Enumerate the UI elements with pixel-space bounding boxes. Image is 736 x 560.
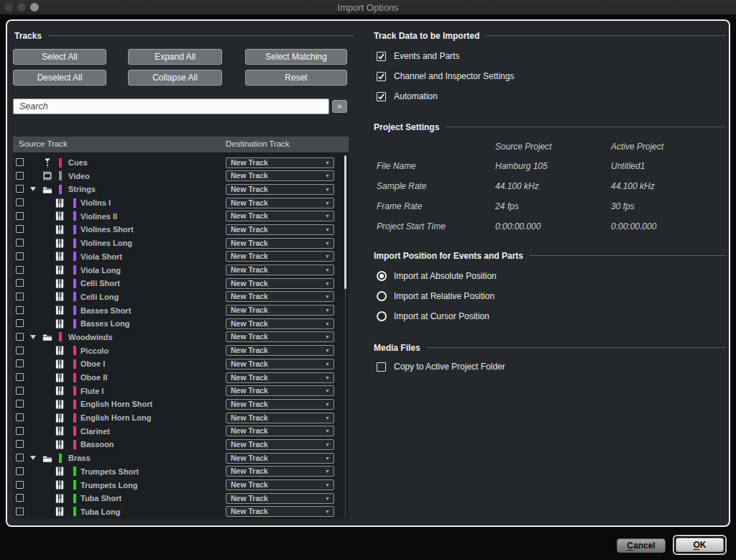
radio-button[interactable] — [377, 291, 387, 301]
select-matching-button[interactable]: Select Matching — [245, 49, 347, 65]
destination-dropdown[interactable]: New Track▼ — [226, 318, 334, 329]
destination-dropdown[interactable]: New Track▼ — [226, 238, 334, 249]
destination-dropdown[interactable]: New Track▼ — [226, 211, 334, 221]
deselect-all-button[interactable]: Deselect All — [13, 70, 106, 86]
destination-dropdown[interactable]: New Track▼ — [226, 198, 334, 208]
destination-dropdown[interactable]: New Track▼ — [226, 305, 334, 316]
track-row[interactable]: Oboe INew Track▼ — [13, 357, 349, 371]
row-checkbox[interactable] — [16, 413, 24, 421]
row-checkbox[interactable] — [16, 481, 24, 489]
row-checkbox[interactable] — [16, 212, 24, 220]
track-row[interactable]: Flute INew Track▼ — [13, 385, 349, 398]
track-row[interactable]: English Horn ShortNew Track▼ — [13, 398, 349, 411]
destination-dropdown[interactable]: New Track▼ — [226, 278, 334, 289]
track-row[interactable]: English Horn LongNew Track▼ — [13, 411, 349, 425]
destination-dropdown[interactable]: New Track▼ — [226, 251, 334, 262]
disclosure-triangle-icon[interactable] — [30, 335, 36, 339]
track-row[interactable]: Tuba ShortNew Track▼ — [13, 492, 349, 505]
track-row[interactable]: Violines ShortNew Track▼ — [13, 223, 349, 237]
row-checkbox[interactable] — [16, 508, 24, 515]
row-checkbox[interactable] — [16, 373, 24, 381]
track-row[interactable]: Violines LongNew Track▼ — [13, 237, 349, 250]
ok-button[interactable]: OK — [676, 538, 724, 552]
destination-track-column-header[interactable]: Destination Track — [226, 139, 290, 148]
checkbox[interactable] — [377, 72, 386, 81]
destination-dropdown[interactable]: New Track▼ — [226, 506, 334, 517]
row-checkbox[interactable] — [16, 172, 24, 180]
checkbox[interactable] — [377, 52, 386, 61]
checkbox[interactable] — [377, 362, 386, 372]
track-row[interactable]: PiccoloNew Track▼ — [13, 344, 349, 358]
row-checkbox[interactable] — [16, 440, 24, 448]
radio-button[interactable] — [377, 311, 387, 321]
row-checkbox[interactable] — [16, 198, 24, 206]
track-row[interactable]: Trumpets ShortNew Track▼ — [13, 465, 349, 479]
row-checkbox[interactable] — [16, 454, 24, 462]
track-row[interactable]: Tuba LongNew Track▼ — [13, 505, 349, 519]
row-checkbox[interactable] — [16, 266, 24, 274]
row-checkbox[interactable] — [16, 252, 24, 260]
track-row[interactable]: Celli LongNew Track▼ — [13, 290, 349, 304]
destination-dropdown[interactable]: New Track▼ — [226, 265, 334, 275]
row-checkbox[interactable] — [16, 333, 24, 341]
checkbox[interactable] — [377, 92, 386, 101]
disclosure-triangle-icon[interactable] — [30, 187, 36, 191]
row-checkbox[interactable] — [16, 346, 24, 354]
destination-dropdown[interactable]: New Track▼ — [226, 439, 334, 450]
destination-dropdown[interactable]: New Track▼ — [226, 479, 334, 490]
track-row[interactable]: Violins INew Track▼ — [13, 196, 349, 210]
search-input[interactable] — [13, 98, 329, 114]
destination-dropdown[interactable]: New Track▼ — [226, 399, 334, 410]
row-checkbox[interactable] — [16, 225, 24, 233]
destination-dropdown[interactable]: New Track▼ — [226, 157, 334, 168]
destination-dropdown[interactable]: New Track▼ — [226, 291, 334, 302]
destination-dropdown[interactable]: New Track▼ — [226, 385, 334, 396]
collapse-all-button[interactable]: Collapse All — [128, 70, 222, 86]
search-clear-button[interactable]: × — [332, 100, 347, 113]
destination-dropdown[interactable]: New Track▼ — [226, 345, 334, 356]
row-checkbox[interactable] — [16, 239, 24, 247]
row-checkbox[interactable] — [16, 158, 24, 166]
track-row[interactable]: Viola ShortNew Track▼ — [13, 250, 349, 264]
disclosure-triangle-icon[interactable] — [30, 456, 36, 460]
expand-all-button[interactable]: Expand All — [128, 49, 222, 65]
row-checkbox[interactable] — [16, 185, 24, 193]
track-row[interactable]: Violines IINew Track▼ — [13, 210, 349, 224]
track-row[interactable]: CuesNew Track▼ — [13, 156, 349, 170]
row-checkbox[interactable] — [16, 279, 24, 287]
destination-dropdown[interactable]: New Track▼ — [226, 413, 334, 423]
destination-dropdown[interactable]: New Track▼ — [226, 184, 334, 195]
row-checkbox[interactable] — [16, 467, 24, 475]
select-all-button[interactable]: Select All — [13, 49, 106, 65]
track-row[interactable]: Viola LongNew Track▼ — [13, 264, 349, 277]
destination-dropdown[interactable]: New Track▼ — [226, 372, 334, 383]
destination-dropdown[interactable]: New Track▼ — [226, 359, 334, 369]
destination-dropdown[interactable]: New Track▼ — [226, 331, 334, 342]
destination-dropdown[interactable]: New Track▼ — [226, 170, 334, 181]
radio-button[interactable] — [377, 271, 387, 281]
track-row[interactable]: Celli ShortNew Track▼ — [13, 277, 349, 290]
destination-dropdown[interactable]: New Track▼ — [226, 466, 334, 477]
track-row[interactable]: VideoNew Track▼ — [13, 170, 349, 183]
reset-button[interactable]: Reset — [245, 70, 347, 86]
track-row[interactable]: BrassNew Track▼ — [13, 451, 349, 465]
row-checkbox[interactable] — [16, 293, 24, 300]
track-row[interactable]: Oboe IINew Track▼ — [13, 371, 349, 385]
track-row[interactable]: Trumpets LongNew Track▼ — [13, 479, 349, 492]
cancel-button[interactable]: Cancel — [617, 538, 666, 553]
row-checkbox[interactable] — [16, 400, 24, 408]
row-checkbox[interactable] — [16, 359, 24, 367]
track-row[interactable]: BassoonNew Track▼ — [13, 438, 349, 451]
row-checkbox[interactable] — [16, 306, 24, 314]
destination-dropdown[interactable]: New Track▼ — [226, 224, 334, 235]
destination-dropdown[interactable]: New Track▼ — [226, 493, 334, 504]
track-row[interactable]: Basses ShortNew Track▼ — [13, 304, 349, 318]
row-checkbox[interactable] — [16, 494, 24, 502]
source-track-column-header[interactable]: Source Track — [19, 139, 68, 148]
scrollbar-thumb[interactable] — [344, 155, 346, 289]
row-checkbox[interactable] — [16, 387, 24, 395]
destination-dropdown[interactable]: New Track▼ — [226, 426, 334, 436]
track-row[interactable]: Basses LongNew Track▼ — [13, 317, 349, 331]
row-checkbox[interactable] — [16, 427, 24, 435]
track-row[interactable]: StringsNew Track▼ — [13, 183, 349, 196]
